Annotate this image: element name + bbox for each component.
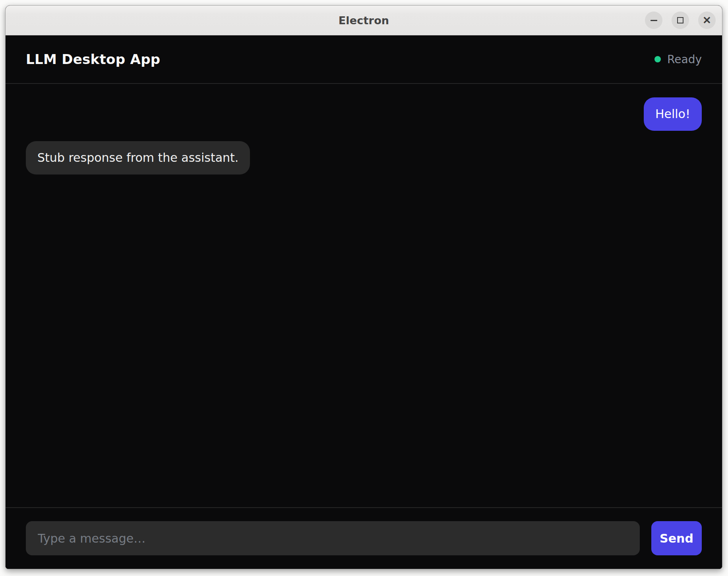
status-indicator: Ready	[654, 53, 702, 66]
minimize-icon	[651, 20, 657, 21]
message-input[interactable]	[26, 521, 640, 555]
chat-bubble-assistant: Stub response from the assistant.	[26, 141, 250, 175]
window-title: Electron	[339, 14, 389, 27]
maximize-button[interactable]	[672, 12, 689, 29]
titlebar[interactable]: Electron ✕	[6, 6, 722, 35]
window-controls: ✕	[645, 6, 716, 35]
page-title: LLM Desktop App	[26, 51, 160, 67]
app-window: Electron ✕ LLM Desktop App Ready Hello!	[5, 5, 722, 569]
status-dot-icon	[654, 56, 661, 62]
chat-bubble-user: Hello!	[644, 97, 702, 131]
app-header: LLM Desktop App Ready	[6, 35, 722, 84]
maximize-icon	[677, 17, 683, 23]
composer: Send	[6, 507, 722, 569]
chat-message-list[interactable]: Hello! Stub response from the assistant.	[6, 84, 722, 507]
send-button[interactable]: Send	[651, 521, 702, 555]
close-icon: ✕	[703, 15, 711, 25]
status-label: Ready	[667, 53, 702, 66]
close-button[interactable]: ✕	[698, 12, 716, 29]
minimize-button[interactable]	[645, 12, 662, 29]
app-content: LLM Desktop App Ready Hello! Stub respon…	[6, 35, 722, 569]
